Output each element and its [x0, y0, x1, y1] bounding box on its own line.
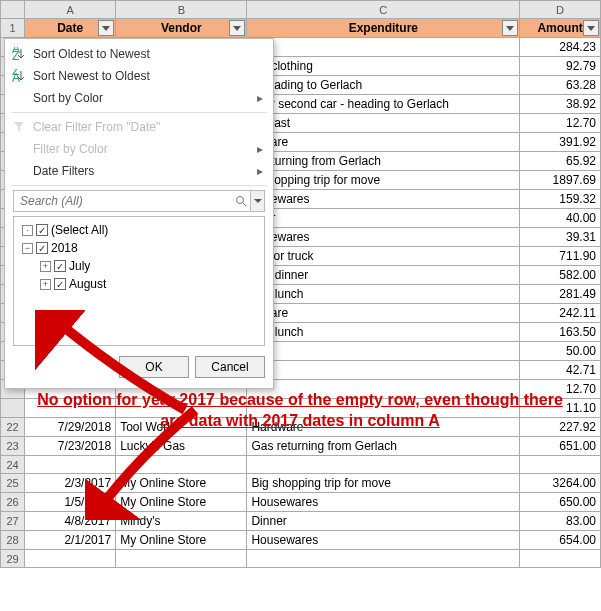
cell[interactable]: 2/1/2017 [25, 531, 116, 550]
checkbox-icon[interactable]: ✓ [36, 224, 48, 236]
cell[interactable]: Big shopping trip for move [247, 474, 520, 493]
cell[interactable]: ols for truck [247, 247, 520, 266]
row-header[interactable]: 23 [1, 437, 25, 456]
cell[interactable]: 65.92 [520, 152, 601, 171]
cell[interactable]: 284.23 [520, 38, 601, 57]
collapse-icon[interactable]: − [22, 243, 33, 254]
cell[interactable]: 2/3/2017 [25, 474, 116, 493]
filter-button-amount[interactable] [583, 20, 599, 36]
cell[interactable]: am clothing [247, 57, 520, 76]
cell[interactable]: 281.49 [520, 285, 601, 304]
cell[interactable] [116, 550, 247, 568]
row-header[interactable]: 27 [1, 512, 25, 531]
table-row[interactable]: 237/23/2018Lucky's GasGas returning from… [1, 437, 601, 456]
cell[interactable]: ousewares [247, 228, 520, 247]
checkbox-icon[interactable]: ✓ [54, 260, 66, 272]
cell[interactable]: 12.70 [520, 380, 601, 399]
tree-select-all[interactable]: ·✓(Select All) [18, 221, 260, 239]
filter-button-expenditure[interactable] [502, 20, 518, 36]
row-header-1[interactable]: 1 [1, 19, 25, 38]
menu-sort-newest[interactable]: ZASort Newest to Oldest [5, 65, 273, 87]
tree-year-2018[interactable]: −✓2018 [18, 239, 260, 257]
cancel-button[interactable]: Cancel [195, 356, 265, 378]
cell[interactable]: 3264.00 [520, 474, 601, 493]
cell[interactable]: 159.32 [520, 190, 601, 209]
cell[interactable]: 92.79 [520, 57, 601, 76]
cell[interactable]: Housewares [247, 531, 520, 550]
col-header-c[interactable]: C [247, 1, 520, 19]
filter-button-date[interactable] [98, 20, 114, 36]
row-header[interactable]: 24 [1, 456, 25, 474]
col-header-a[interactable]: A [25, 1, 116, 19]
cell[interactable] [25, 456, 116, 474]
row-header[interactable]: 26 [1, 493, 25, 512]
cell[interactable]: 242.11 [520, 304, 601, 323]
cell[interactable] [247, 456, 520, 474]
cell[interactable]: 650.00 [520, 493, 601, 512]
cell[interactable] [247, 380, 520, 399]
search-dropdown-icon[interactable] [250, 191, 264, 211]
cell[interactable]: My Online Store [116, 493, 247, 512]
table-row[interactable]: 29 [1, 550, 601, 568]
tree-month-august[interactable]: +✓August [18, 275, 260, 293]
cell[interactable]: 39.31 [520, 228, 601, 247]
ok-button[interactable]: OK [119, 356, 189, 378]
cell[interactable] [25, 550, 116, 568]
cell[interactable]: oup lunch [247, 323, 520, 342]
cell[interactable]: 40.00 [520, 209, 601, 228]
cell[interactable]: Lucky's Gas [116, 437, 247, 456]
cell[interactable]: 83.00 [520, 512, 601, 531]
cell[interactable]: 7/23/2018 [25, 437, 116, 456]
cell[interactable]: 50.00 [520, 342, 601, 361]
cell[interactable]: s returning from Gerlach [247, 152, 520, 171]
cell[interactable]: 11.10 [520, 399, 601, 418]
table-row[interactable]: 24 [1, 456, 601, 474]
cell[interactable]: 582.00 [520, 266, 601, 285]
cell[interactable]: s [247, 342, 520, 361]
table-row[interactable]: 274/8/2017Mindy'sDinner83.00 [1, 512, 601, 531]
table-row[interactable]: 261/5/2017My Online StoreHousewares650.0… [1, 493, 601, 512]
cell[interactable]: 163.50 [520, 323, 601, 342]
cell[interactable]: 38.92 [520, 95, 601, 114]
cell[interactable]: Tool World [116, 418, 247, 437]
row-header[interactable]: 22 [1, 418, 25, 437]
cell[interactable]: rdware [247, 304, 520, 323]
cell[interactable]: ousewares [247, 190, 520, 209]
filter-button-vendor[interactable] [229, 20, 245, 36]
corner-cell[interactable] [1, 1, 25, 19]
cell[interactable]: 63.28 [520, 76, 601, 95]
cell[interactable]: rdware [247, 133, 520, 152]
col-header-d[interactable]: D [520, 1, 601, 19]
cell[interactable]: 651.00 [520, 437, 601, 456]
cell[interactable]: 391.92 [520, 133, 601, 152]
menu-sort-oldest[interactable]: AZSort Oldest to Newest [5, 43, 273, 65]
cell[interactable]: Mindy's [116, 512, 247, 531]
row-header[interactable]: 29 [1, 550, 25, 568]
cell[interactable] [520, 456, 601, 474]
cell[interactable]: 7/29/2018 [25, 418, 116, 437]
cell[interactable]: Housewares [247, 493, 520, 512]
table-row[interactable]: 282/1/2017My Online StoreHousewares654.0… [1, 531, 601, 550]
cell[interactable]: Dinner [247, 512, 520, 531]
cell[interactable]: 654.00 [520, 531, 601, 550]
cell[interactable]: s for second car - heading to Gerlach [247, 95, 520, 114]
cell[interactable]: eakfast [247, 114, 520, 133]
cell[interactable]: g shopping trip for move [247, 171, 520, 190]
col-header-b[interactable]: B [116, 1, 247, 19]
cell[interactable]: oup dinner [247, 266, 520, 285]
tree-month-july[interactable]: +✓July [18, 257, 260, 275]
cell[interactable]: My Online Store [116, 531, 247, 550]
cell[interactable] [520, 550, 601, 568]
cell[interactable]: 4/8/2017 [25, 512, 116, 531]
row-header[interactable]: 25 [1, 474, 25, 493]
cell[interactable]: iens [247, 38, 520, 57]
cell[interactable]: 1/5/2017 [25, 493, 116, 512]
cell[interactable]: 227.92 [520, 418, 601, 437]
checkbox-icon[interactable]: ✓ [54, 278, 66, 290]
filter-search-input[interactable] [14, 194, 232, 208]
cell[interactable]: oup lunch [247, 285, 520, 304]
cell[interactable]: s heading to Gerlach [247, 76, 520, 95]
cell[interactable]: Hardware [247, 418, 520, 437]
cell[interactable] [247, 361, 520, 380]
table-row[interactable]: 252/3/2017My Online StoreBig shopping tr… [1, 474, 601, 493]
